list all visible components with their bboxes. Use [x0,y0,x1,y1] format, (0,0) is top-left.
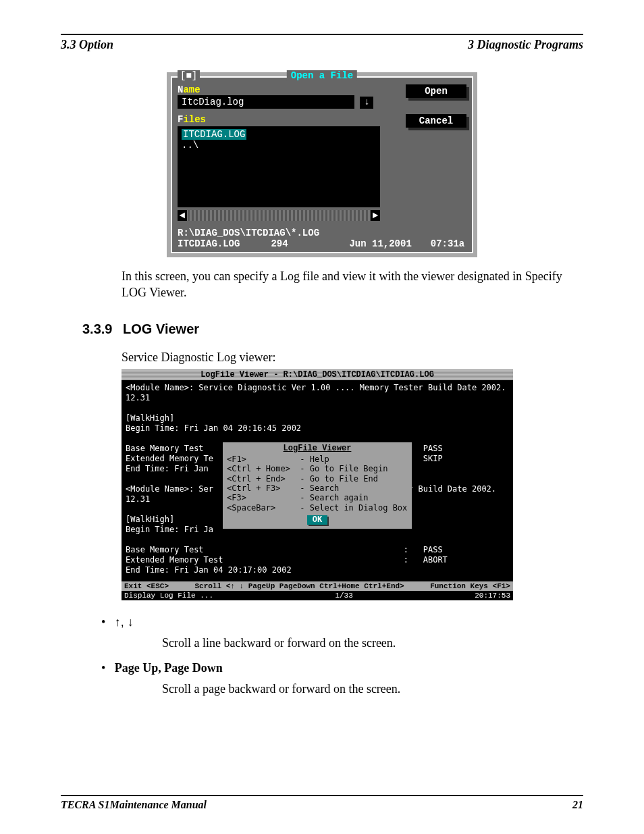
name-label: Name [178,84,396,95]
close-icon[interactable]: [■] [178,70,200,81]
paragraph: Service Diagnostic Log viewer: [122,349,583,365]
popup-title: LogFile Viewer [227,444,408,453]
name-input[interactable]: ItcDiag.log [178,95,354,109]
cancel-button[interactable]: Cancel [406,114,466,128]
fn-keys: Function Keys <F1> [430,582,510,590]
fn-scroll: Scroll <↑ ↓ PageUp PageDown Ctrl+Home Ct… [194,582,404,590]
dialog-title: Open a File [287,70,357,81]
bullet-desc: Scroll a line backward or forward on the… [162,636,583,650]
history-dropdown-icon[interactable]: ↓ [360,97,373,109]
open-file-dialog-screenshot: [■] Open a File Name ItcDiag.log ↓ Open [167,72,477,257]
bullet-label: Page Up, Page Down [115,661,223,675]
list-item: • ↑, ↓ Scroll a line backward or forward… [101,615,583,650]
viewer-titlebar: LogFile Viewer - R:\DIAG_DOS\ITCDIAG\ITC… [122,369,513,380]
ok-button[interactable]: OK [307,515,327,525]
open-button[interactable]: Open [406,84,466,98]
function-key-bar: Exit <ESC> Scroll <↑ ↓ PageUp PageDown C… [122,581,513,591]
footer-right: 21 [572,799,583,811]
bullet-desc: Scroll a page backward or forward on the… [162,682,583,696]
status-time: 07:31a [417,238,464,249]
bullet-list: • ↑, ↓ Scroll a line backward or forward… [101,615,583,696]
paragraph: In this screen, you can specify a Log fi… [122,268,583,301]
viewer-status-bar: Display Log File ... 1/33 20:17:53 [122,591,513,600]
bullet-label: ↑, ↓ [115,615,134,629]
section-number: 3.3.9 [82,321,112,336]
popup-body: <F1> - Help <Ctrl + Home> - Go to File B… [227,454,408,513]
bottom-rule [61,795,583,796]
help-popup: LogFile Viewer <F1> - Help <Ctrl + Home>… [223,442,412,529]
logfile-viewer-screenshot: LogFile Viewer - R:\DIAG_DOS\ITCDIAG\ITC… [122,369,513,600]
status-time: 20:17:53 [475,592,510,600]
list-item: • Page Up, Page Down Scroll a page backw… [101,661,583,696]
page-footer: TECRA S1Maintenance Manual 21 [61,799,583,811]
header-right: 3 Diagnostic Programs [468,38,583,52]
list-item-selected[interactable]: ITCDIAG.LOG [182,129,246,140]
footer-left: TECRA S1Maintenance Manual [61,799,207,811]
status-size: 294 [271,238,311,249]
dialog-status-bar: R:\DIAG_DOS\ITCDIAG\*.LOG ITCDIAG.LOG 29… [176,225,468,252]
files-listbox[interactable]: ITCDIAG.LOG ..\ [178,126,380,207]
section-heading: 3.3.9 LOG Viewer [82,321,583,337]
section-title: LOG Viewer [123,321,199,336]
status-file: ITCDIAG.LOG [178,238,265,249]
header-left: 3.3 Option [61,38,113,52]
status-msg: Display Log File ... [124,592,213,600]
top-rule [61,34,583,35]
page-header: 3.3 Option 3 Diagnostic Programs [61,38,583,52]
status-path: R:\DIAG_DOS\ITCDIAG\*.LOG [178,228,466,238]
status-page: 1/33 [335,592,352,600]
horizontal-scrollbar[interactable] [178,210,380,221]
list-item[interactable]: ..\ [182,140,376,151]
files-label: Files [178,114,396,125]
fn-exit: Exit <ESC> [124,582,169,590]
status-date: Jun 11,2001 [317,238,412,249]
